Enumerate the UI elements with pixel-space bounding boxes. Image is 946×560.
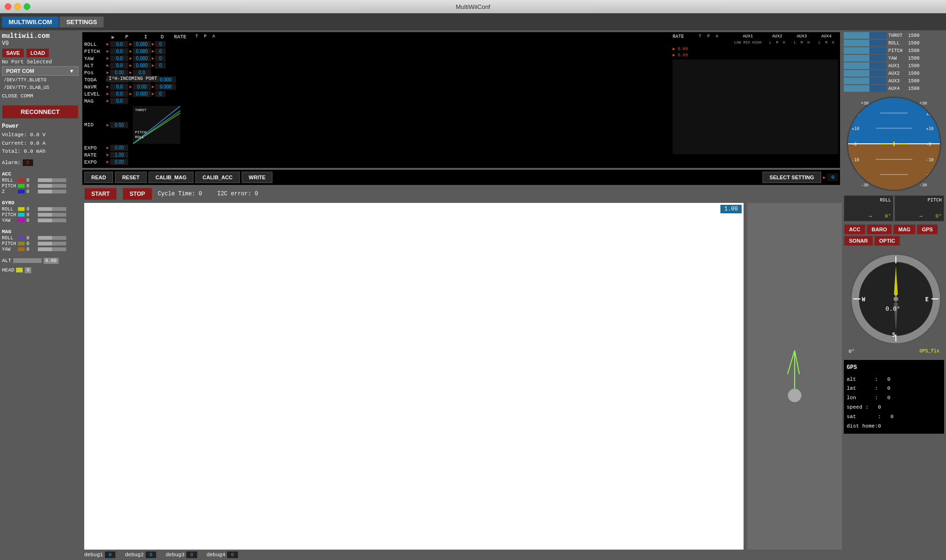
port-option-bluetooth[interactable]: /DEV/TTY.BLUETO [2, 77, 79, 83]
pid-pos-p[interactable] [110, 70, 128, 76]
svg-text:-10: -10 [852, 158, 859, 162]
cycle-time-label: Cycle Time: 0 [158, 191, 202, 197]
svg-text:0.0°: 0.0° [885, 305, 900, 312]
attitude-indicator-area: +10 +20 -0 -10 -20 +10 +20 -0 -10 -20 +3… [847, 96, 941, 192]
pid-pitch-d[interactable] [155, 48, 166, 54]
reconnect-button[interactable]: RECONNECT [2, 105, 79, 119]
pid-pos-i[interactable] [133, 70, 151, 76]
reset-button[interactable]: RESET [115, 172, 147, 183]
rc-chart-area [673, 60, 838, 154]
pid-alt-i[interactable] [133, 62, 151, 69]
pid-navr-p[interactable] [110, 84, 128, 90]
svg-line-4 [795, 350, 799, 374]
alarm-value: 0 [23, 159, 34, 166]
save-button[interactable]: SAVE [2, 48, 24, 58]
pid-alt-p[interactable] [110, 62, 128, 69]
load-button[interactable]: LOAD [26, 48, 49, 58]
power-section: Power Voltage: 0.0 V Current: 0.0 A Tota… [2, 122, 79, 156]
right-panel: THROT 1500 ROLL 1500 PITCH 1500 YAW 1500 [842, 30, 946, 560]
svg-text:-10: -10 [926, 158, 934, 162]
calib-mag-button[interactable]: CALIB_MAG [149, 172, 193, 183]
start-stop-area: START STOP Cycle Time: 0 I2C error: 0 [80, 185, 842, 203]
pid-level-i[interactable] [133, 91, 151, 97]
svg-text:-20: -20 [926, 172, 934, 177]
minimize-button[interactable] [14, 3, 21, 10]
read-button[interactable]: READ [84, 172, 113, 183]
compass-area: S E W 0.0° 0° GPS_fix [847, 250, 941, 356]
svg-text:W: W [862, 296, 866, 303]
close-button[interactable] [5, 3, 11, 10]
pid-expo2-val[interactable] [110, 159, 128, 165]
rc-channels-panel: THROT 1500 ROLL 1500 PITCH 1500 YAW 1500 [842, 30, 946, 95]
action-buttons-row: READ RESET CALIB_MAG CALIB_ACC WRITE SEL… [82, 170, 840, 185]
head-section: HEAD 0 [2, 267, 79, 275]
debug4-value: 0 [227, 551, 238, 558]
chart-scale: 1.00 [720, 205, 742, 213]
nav-settings[interactable]: SETTINGS [60, 17, 104, 27]
stop-button[interactable]: STOP [123, 188, 152, 200]
i2c-error-label: I2C error: 0 [217, 191, 258, 197]
calib-acc-button[interactable]: CALIB_ACC [195, 172, 240, 183]
acc-sensor-btn[interactable]: ACC [844, 224, 866, 235]
optic-sensor-btn[interactable]: OPTIC [874, 236, 901, 246]
window-title: MultiWiiConf [456, 3, 491, 10]
pid-roll-d[interactable] [155, 41, 166, 47]
pid-navr-d[interactable] [155, 84, 176, 90]
pid-pitch-p[interactable] [110, 48, 128, 54]
acc-section: ACC ROLL 0 PITCH 0 Z 0 [2, 171, 79, 195]
pid-mag-p[interactable] [110, 98, 128, 104]
nav-bar: MULTIWII.COM SETTINGS [0, 13, 946, 30]
pid-yaw-i[interactable] [133, 55, 151, 61]
site-version: V0 [2, 40, 79, 47]
nav-multiwii[interactable]: MULTIWII.COM [2, 17, 59, 27]
svg-line-2 [133, 113, 180, 144]
baro-sensor-btn[interactable]: BARO [867, 224, 892, 235]
svg-text:+20: +20 [926, 112, 934, 116]
pid-yaw-p[interactable] [110, 55, 128, 61]
svg-point-39 [893, 297, 898, 301]
no-port-text: No Port Selected [2, 59, 79, 65]
chart-main-area: 1.00 [80, 203, 842, 550]
svg-point-7 [788, 389, 801, 402]
sonar-sensor-btn[interactable]: SONAR [844, 236, 873, 246]
gyro-section: GYRO ROLL 0 PITCH 0 YAW 0 [2, 200, 79, 224]
svg-text:-20: -20 [852, 172, 859, 177]
sidebar: multiwii.com V0 SAVE LOAD No Port Select… [0, 30, 80, 560]
maximize-button[interactable] [24, 3, 30, 10]
port-option-slab[interactable]: /DEV/TTY.SLAB_US [2, 85, 79, 91]
close-comm-button[interactable]: CLOSE COMM [2, 92, 79, 100]
alt-head-section: ALT 0.00 [2, 258, 79, 266]
svg-text:+10: +10 [926, 126, 934, 131]
pid-level-p[interactable] [110, 91, 128, 97]
power-title: Power [2, 122, 79, 131]
debug2-value: 0 [146, 551, 157, 558]
window-controls [5, 3, 30, 10]
pid-navr-i[interactable] [133, 84, 151, 90]
pid-roll-p[interactable] [110, 41, 128, 47]
pid-yaw-d[interactable] [155, 55, 166, 61]
mag-sensor-btn[interactable]: MAG [893, 224, 916, 235]
3d-model-area [747, 203, 842, 550]
sensor-buttons-row: ACC BARO MAG GPS SONAR OPTIC [842, 222, 946, 248]
pid-alt-d[interactable] [155, 62, 166, 69]
main-area: ▶ P I D RATE T P A ROLL ▶ ▶ [80, 30, 842, 560]
start-button[interactable]: START [84, 188, 117, 200]
roll-pitch-deg-row: 0° → ROLL 0° → PITCH [842, 194, 946, 222]
pid-level-d[interactable] [155, 91, 166, 97]
pid-roll-i[interactable] [133, 41, 151, 47]
svg-text:-0: -0 [926, 142, 931, 147]
chart-area: 1.00 [84, 203, 744, 550]
pid-rate-val[interactable] [110, 152, 128, 158]
select-setting-button[interactable]: SELECT SETTING [762, 172, 821, 183]
gps-sensor-btn[interactable]: GPS [917, 224, 938, 235]
pid-pitch-i[interactable] [133, 48, 151, 54]
write-button[interactable]: WRITE [242, 172, 272, 183]
pid-expo-val[interactable] [110, 145, 128, 151]
alarm-row: Alarm: 0 [2, 159, 79, 166]
svg-text:+20: +20 [852, 112, 859, 116]
pid-mid-val[interactable] [110, 122, 128, 128]
svg-text:+10: +10 [852, 126, 859, 131]
debug3-value: 0 [186, 551, 197, 558]
port-com-select[interactable]: PORT COM ▼ [2, 66, 79, 76]
debug-row: debug1 0 debug2 0 debug3 0 debug4 0 [80, 550, 842, 560]
